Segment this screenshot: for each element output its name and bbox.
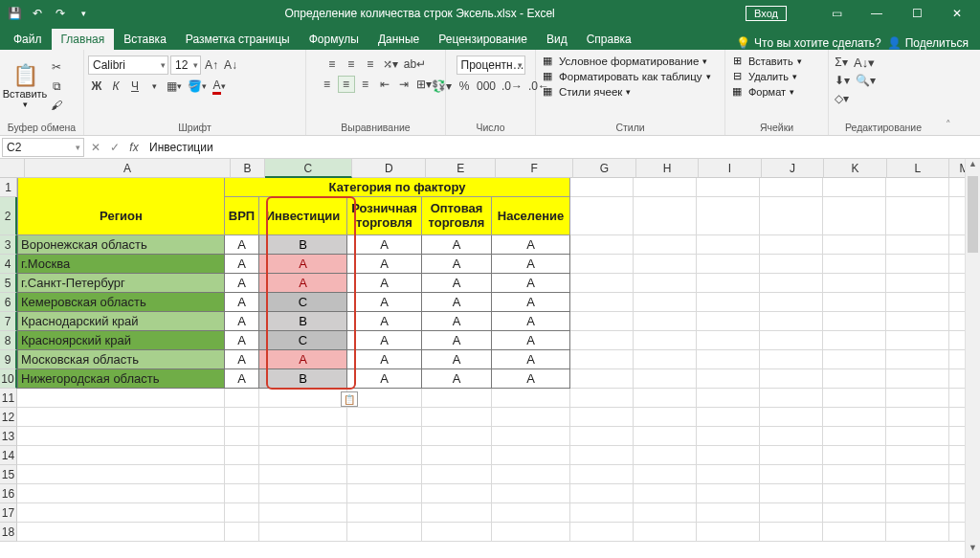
cell[interactable] xyxy=(697,503,760,523)
cell[interactable] xyxy=(886,446,949,465)
qat-customize-icon[interactable]: ▾ xyxy=(73,3,94,24)
cell[interactable] xyxy=(634,446,697,465)
cell[interactable] xyxy=(422,523,492,542)
cell[interactable] xyxy=(760,523,823,542)
column-header[interactable]: G xyxy=(573,159,635,178)
underline-button[interactable]: Ч xyxy=(126,78,144,95)
row-header[interactable]: 17 xyxy=(0,503,17,523)
scroll-thumb[interactable] xyxy=(968,176,978,253)
cell[interactable] xyxy=(697,293,760,312)
cell[interactable] xyxy=(760,197,823,235)
column-header[interactable]: E xyxy=(426,159,495,178)
font-size-combo[interactable]: 12 xyxy=(170,56,201,75)
cell[interactable]: A xyxy=(225,331,259,350)
cell[interactable] xyxy=(225,446,259,465)
chevron-down-icon[interactable]: ▾ xyxy=(145,78,163,95)
cell[interactable] xyxy=(886,465,949,484)
cell[interactable] xyxy=(17,408,225,427)
save-icon[interactable]: 💾 xyxy=(4,3,25,24)
cell[interactable] xyxy=(760,331,823,350)
cell[interactable]: A xyxy=(492,350,570,369)
cell[interactable] xyxy=(570,389,634,408)
cell[interactable] xyxy=(823,312,886,331)
cell[interactable] xyxy=(823,446,886,465)
scroll-up-icon[interactable]: ▲ xyxy=(966,159,980,174)
cell[interactable]: Категория по фактору xyxy=(225,178,570,197)
fx-icon[interactable]: fx xyxy=(124,141,144,154)
cell[interactable] xyxy=(492,465,570,484)
insert-cells-button[interactable]: ⊞Вставить▾ xyxy=(729,54,802,68)
enter-formula-icon[interactable]: ✓ xyxy=(105,141,124,154)
fill-color-icon[interactable]: 🪣▾ xyxy=(186,78,209,95)
row-header[interactable]: 2 xyxy=(0,197,17,235)
cell[interactable] xyxy=(886,523,949,542)
cell[interactable] xyxy=(492,503,570,523)
align-middle-icon[interactable]: ≡ xyxy=(343,56,360,73)
cell[interactable]: A xyxy=(492,274,570,293)
cell[interactable] xyxy=(570,427,634,446)
cell[interactable] xyxy=(823,235,886,255)
minimize-icon[interactable]: — xyxy=(858,0,896,27)
cell[interactable] xyxy=(225,465,259,484)
column-header[interactable]: A xyxy=(25,159,231,178)
cell[interactable] xyxy=(886,484,949,503)
maximize-icon[interactable]: ☐ xyxy=(898,0,936,27)
cell[interactable] xyxy=(697,235,760,255)
tab-file[interactable]: Файл xyxy=(4,29,52,50)
cell[interactable]: B xyxy=(259,369,347,389)
cell[interactable] xyxy=(422,503,492,523)
cell[interactable] xyxy=(823,427,886,446)
cell[interactable] xyxy=(823,523,886,542)
tab-help[interactable]: Справка xyxy=(577,29,641,50)
increase-decimal-icon[interactable]: .0→ xyxy=(500,78,524,95)
cell[interactable]: C xyxy=(259,331,347,350)
cell[interactable] xyxy=(347,446,422,465)
cell[interactable] xyxy=(225,389,259,408)
cell[interactable] xyxy=(760,465,823,484)
row-header[interactable]: 1 xyxy=(0,178,17,197)
cell[interactable] xyxy=(570,350,634,369)
cell[interactable] xyxy=(570,465,634,484)
cell[interactable]: A xyxy=(347,293,422,312)
bold-button[interactable]: Ж xyxy=(88,78,105,95)
cell[interactable] xyxy=(697,331,760,350)
cell[interactable] xyxy=(823,178,886,197)
cell[interactable]: B xyxy=(259,235,347,255)
cell[interactable] xyxy=(570,312,634,331)
cell[interactable] xyxy=(760,235,823,255)
cell[interactable]: C xyxy=(259,293,347,312)
cell[interactable] xyxy=(697,465,760,484)
cell[interactable] xyxy=(570,523,634,542)
cell[interactable] xyxy=(823,408,886,427)
cell[interactable]: Кемеровская область xyxy=(17,293,225,312)
cell[interactable] xyxy=(697,446,760,465)
cell[interactable] xyxy=(634,312,697,331)
cell[interactable] xyxy=(697,255,760,274)
percent-format-icon[interactable]: % xyxy=(456,78,473,95)
row-header[interactable]: 12 xyxy=(0,408,17,427)
cell[interactable]: A xyxy=(422,235,492,255)
cell[interactable] xyxy=(823,503,886,523)
orientation-icon[interactable]: ⤮▾ xyxy=(381,56,400,73)
signin-button[interactable]: Вход xyxy=(746,6,787,21)
cell[interactable] xyxy=(760,312,823,331)
align-center-icon[interactable]: ≡ xyxy=(338,76,355,93)
cell[interactable] xyxy=(886,312,949,331)
cell[interactable] xyxy=(492,484,570,503)
share-button[interactable]: 👤Поделиться xyxy=(887,36,969,50)
cell[interactable] xyxy=(760,255,823,274)
cell[interactable]: A xyxy=(225,255,259,274)
cell[interactable]: A xyxy=(225,235,259,255)
cell[interactable] xyxy=(886,427,949,446)
cell[interactable] xyxy=(17,523,225,542)
scroll-down-icon[interactable]: ▼ xyxy=(966,543,980,558)
cell[interactable] xyxy=(492,446,570,465)
row-header[interactable]: 6 xyxy=(0,293,17,312)
align-bottom-icon[interactable]: ≡ xyxy=(362,56,379,73)
column-header[interactable]: J xyxy=(762,159,824,178)
cell[interactable] xyxy=(823,350,886,369)
align-top-icon[interactable]: ≡ xyxy=(323,56,341,73)
cell[interactable]: A xyxy=(492,255,570,274)
cell[interactable] xyxy=(697,312,760,331)
ribbon-options-icon[interactable]: ▭ xyxy=(817,0,856,27)
